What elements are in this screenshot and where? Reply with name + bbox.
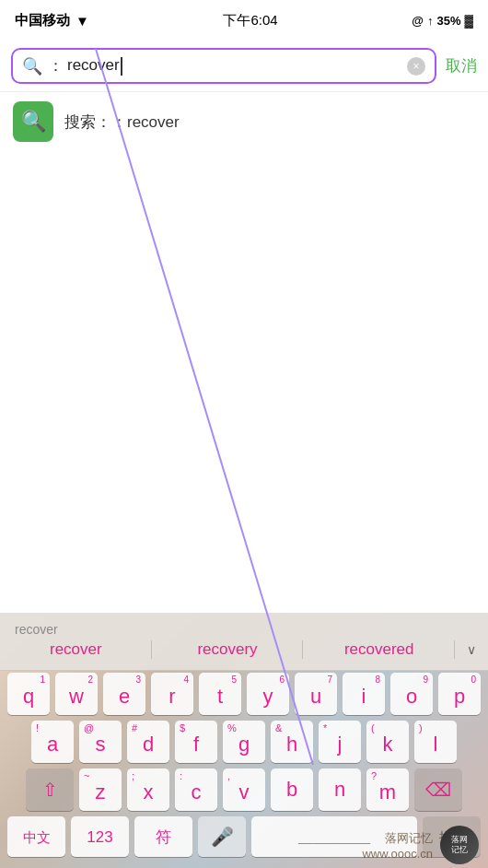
cancel-button[interactable]: 取消 — [446, 55, 477, 76]
key-w[interactable]: 2w — [55, 673, 98, 715]
watermark-logo: 落网记忆 — [440, 826, 479, 864]
battery-label: 35% — [436, 14, 460, 28]
status-left: 中国移动 ▼ — [15, 12, 89, 29]
key-j[interactable]: *j — [319, 721, 361, 763]
suggestion-text: 搜索：：recover — [64, 111, 180, 133]
search-icon: 🔍 — [22, 56, 42, 76]
signal-icon: @ — [412, 14, 424, 28]
key-mic[interactable]: 🎤 — [198, 816, 246, 857]
cursor — [121, 57, 122, 76]
key-c[interactable]: :c — [175, 768, 217, 811]
shift-icon: ⇧ — [42, 779, 58, 801]
watermark-text: 落网记忆 www.oooc.cn — [362, 830, 433, 861]
key-lang[interactable]: 中文 — [7, 816, 65, 857]
battery-icon: ▓ — [465, 14, 473, 28]
suggestion-search-icon: 🔍 — [13, 101, 53, 142]
search-clear-button[interactable]: × — [407, 57, 425, 76]
key-p[interactable]: 0p — [438, 673, 481, 715]
key-x[interactable]: ;x — [127, 768, 169, 811]
key-sym[interactable]: 符 — [134, 816, 192, 857]
key-a[interactable]: !a — [31, 721, 74, 763]
search-bar-area: 🔍 ： recover × 取消 — [0, 41, 488, 92]
key-h[interactable]: &h — [271, 721, 313, 763]
mic-icon: 🎤 — [211, 826, 234, 848]
key-i[interactable]: 8i — [343, 673, 385, 715]
search-colon: ： — [48, 55, 64, 76]
autocomplete-bar: recover recover recovery recovered ∨ — [0, 613, 488, 671]
key-t[interactable]: 5t — [199, 673, 241, 715]
keyboard-row-1: 1q 2w 3e 4r 5t 6y 7u 8i 9o 0p — [4, 673, 484, 715]
status-time: 下午6:04 — [223, 12, 277, 29]
middle-content-area — [0, 151, 488, 354]
key-n[interactable]: n — [319, 768, 361, 811]
key-v[interactable]: ,v — [223, 768, 265, 811]
autocomplete-typed-word: recover — [0, 620, 488, 637]
delete-icon: ⌫ — [425, 779, 451, 801]
shift-key[interactable]: ⇧ — [26, 768, 74, 811]
search-input-text[interactable]: recover — [67, 56, 401, 76]
autocomplete-expand-button[interactable]: ∨ — [455, 637, 488, 663]
autocomplete-suggestions: recover recovery recovered ∨ — [0, 637, 488, 663]
key-f[interactable]: $f — [175, 721, 217, 763]
search-value: recover — [67, 56, 120, 74]
key-d[interactable]: #d — [127, 721, 169, 763]
autocomplete-word-2[interactable]: recovered — [303, 637, 455, 663]
key-z[interactable]: ~z — [79, 768, 122, 811]
key-g[interactable]: %g — [223, 721, 265, 763]
watermark-area: 落网记忆 www.oooc.cn 落网记忆 — [341, 822, 488, 868]
keyboard-row-2: !a @s #d $f %g &h *j (k )l — [4, 721, 484, 763]
key-m[interactable]: ?m — [366, 768, 409, 811]
key-q[interactable]: 1q — [7, 673, 50, 715]
search-suggestion[interactable]: 🔍 搜索：：recover — [0, 92, 488, 151]
keyboard-section: recover recover recovery recovered ∨ 1q … — [0, 613, 488, 868]
delete-key[interactable]: ⌫ — [414, 768, 462, 811]
key-e[interactable]: 3e — [103, 673, 145, 715]
carrier-label: 中国移动 — [15, 12, 70, 29]
autocomplete-word-0[interactable]: recover — [0, 637, 152, 663]
key-b[interactable]: b — [271, 768, 313, 811]
key-y[interactable]: 6y — [247, 673, 289, 715]
search-input-wrapper[interactable]: 🔍 ： recover × — [11, 48, 436, 84]
key-r[interactable]: 4r — [151, 673, 193, 715]
key-l[interactable]: )l — [414, 721, 457, 763]
wifi-icon: ▼ — [76, 13, 89, 29]
keyboard-row-3: ⇧ ~z ;x :c ,v b n ?m ⌫ — [4, 768, 484, 811]
key-s[interactable]: @s — [79, 721, 122, 763]
autocomplete-word-1[interactable]: recovery — [152, 637, 304, 663]
status-right: @ ↑ 35% ▓ — [412, 14, 473, 28]
status-bar: 中国移动 ▼ 下午6:04 @ ↑ 35% ▓ — [0, 0, 488, 41]
arrow-icon: ↑ — [427, 14, 434, 28]
key-k[interactable]: (k — [366, 721, 409, 763]
key-o[interactable]: 9o — [390, 673, 433, 715]
key-num[interactable]: 123 — [71, 816, 129, 857]
key-u[interactable]: 7u — [295, 673, 337, 715]
